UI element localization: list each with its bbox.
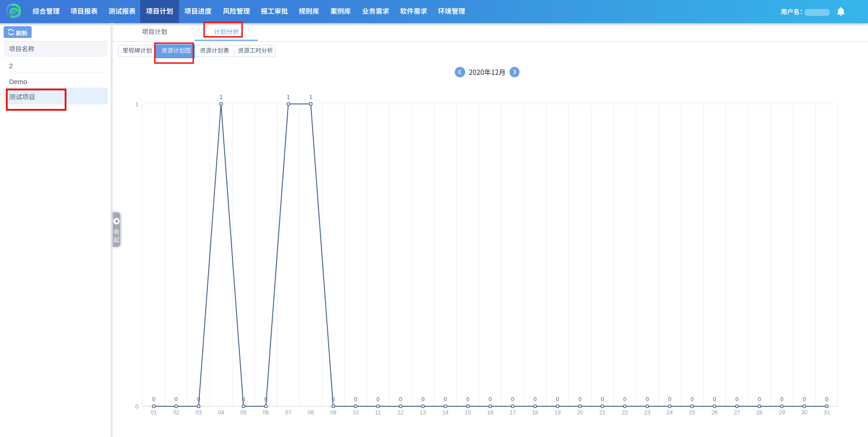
svg-text:11: 11 — [375, 409, 381, 416]
svg-text:07: 07 — [285, 409, 292, 416]
svg-text:0: 0 — [489, 396, 492, 403]
svg-text:23: 23 — [644, 409, 651, 416]
svg-text:02: 02 — [173, 409, 179, 416]
svg-text:13: 13 — [420, 409, 426, 416]
svg-text:03: 03 — [195, 409, 202, 416]
svg-text:0: 0 — [175, 396, 178, 403]
svg-text:22: 22 — [622, 409, 628, 416]
svg-text:0: 0 — [466, 396, 469, 403]
svg-text:1: 1 — [287, 94, 290, 100]
svg-text:0: 0 — [377, 396, 380, 403]
svg-text:0: 0 — [399, 396, 402, 403]
svg-text:31: 31 — [824, 409, 830, 416]
svg-text:08: 08 — [307, 409, 314, 416]
svg-text:17: 17 — [509, 409, 516, 416]
svg-text:0: 0 — [242, 396, 245, 403]
svg-text:09: 09 — [330, 409, 336, 416]
svg-text:0: 0 — [152, 396, 156, 403]
svg-text:0: 0 — [533, 396, 537, 403]
svg-text:14: 14 — [442, 409, 448, 416]
svg-text:28: 28 — [756, 409, 763, 416]
svg-text:05: 05 — [241, 409, 247, 416]
svg-text:1: 1 — [309, 94, 312, 100]
svg-text:0: 0 — [780, 396, 783, 403]
svg-text:0: 0 — [578, 396, 581, 403]
svg-text:0: 0 — [825, 396, 828, 403]
svg-text:0: 0 — [135, 403, 139, 410]
svg-text:0: 0 — [646, 396, 649, 403]
svg-text:16: 16 — [487, 409, 493, 416]
svg-text:0: 0 — [623, 396, 627, 403]
svg-text:29: 29 — [778, 409, 785, 416]
svg-text:1: 1 — [219, 94, 222, 100]
svg-text:0: 0 — [668, 396, 671, 403]
svg-text:15: 15 — [465, 409, 471, 416]
svg-text:0: 0 — [264, 396, 268, 403]
svg-text:01: 01 — [151, 409, 157, 416]
svg-text:26: 26 — [712, 409, 718, 416]
svg-text:24: 24 — [666, 409, 673, 416]
svg-text:27: 27 — [734, 409, 740, 416]
svg-text:18: 18 — [532, 409, 538, 416]
svg-text:0: 0 — [691, 396, 694, 403]
svg-text:0: 0 — [736, 396, 739, 403]
svg-text:0: 0 — [556, 396, 559, 403]
svg-text:06: 06 — [263, 409, 269, 416]
svg-text:0: 0 — [601, 396, 604, 403]
svg-text:20: 20 — [577, 409, 583, 416]
svg-text:0: 0 — [713, 396, 716, 403]
svg-text:0: 0 — [444, 396, 447, 403]
svg-text:21: 21 — [599, 409, 606, 416]
svg-text:0: 0 — [803, 396, 806, 403]
svg-text:25: 25 — [689, 409, 695, 416]
svg-text:0: 0 — [332, 396, 335, 403]
svg-text:30: 30 — [801, 409, 807, 416]
svg-text:0: 0 — [197, 396, 200, 403]
svg-text:12: 12 — [397, 409, 404, 416]
svg-text:10: 10 — [353, 409, 359, 416]
svg-text:0: 0 — [758, 396, 761, 403]
svg-text:1: 1 — [135, 101, 139, 108]
svg-text:0: 0 — [354, 396, 357, 403]
svg-text:19: 19 — [554, 409, 561, 416]
svg-text:0: 0 — [421, 396, 425, 403]
svg-text:04: 04 — [218, 409, 224, 416]
svg-text:0: 0 — [511, 396, 514, 403]
